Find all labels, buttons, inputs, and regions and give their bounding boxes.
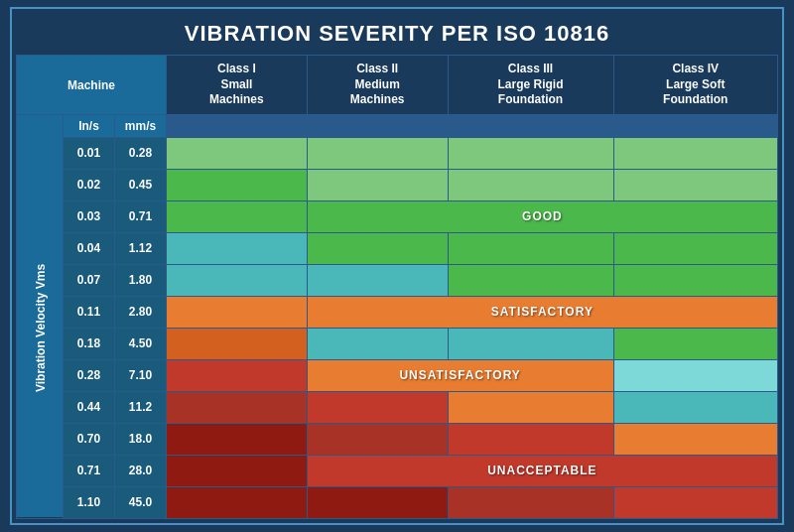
table-row: 0.70 18.0: [17, 423, 778, 455]
satisfactory-label: SATISFACTORY: [307, 296, 777, 328]
ins-value: 0.71: [64, 455, 115, 486]
table-row: 0.28 7.10 UNSATISFACTORY: [17, 359, 778, 391]
class4-cell: [613, 359, 777, 391]
ins-subheader: In/s: [64, 114, 115, 137]
vibration-table: Machine Class ISmallMachines Class IIMed…: [16, 55, 778, 519]
class4-cell: [613, 137, 777, 169]
class1-cell: [167, 232, 308, 264]
class3-cell: [448, 137, 613, 169]
class1-cell: [167, 200, 308, 232]
class1-cell: [167, 137, 308, 169]
mms-value: 28.0: [115, 455, 167, 486]
class1-cell: [167, 328, 308, 359]
class1-cell: [167, 264, 308, 296]
good-label: GOOD: [307, 200, 777, 232]
mms-value: 0.45: [115, 169, 167, 200]
table-row: 1.10 45.0: [17, 486, 778, 518]
class2-cell: [307, 264, 448, 296]
table-row: Vibration Velocity Vms 0.01 0.28: [17, 137, 778, 169]
class3-cell: [448, 264, 613, 296]
ins-value: 0.18: [64, 328, 115, 359]
ins-value: 0.44: [64, 391, 115, 423]
class1-cell: [167, 296, 308, 328]
class1-cell: [167, 423, 308, 455]
ins-value: 0.11: [64, 296, 115, 328]
ins-value: 0.03: [64, 200, 115, 232]
class3-cell: [448, 486, 613, 518]
class3-header: Class IIILarge RigidFoundation: [448, 56, 613, 115]
mms-value: 4.50: [115, 328, 167, 359]
class2-cell: [307, 423, 448, 455]
table-row: 0.44 11.2: [17, 391, 778, 423]
mms-value: 1.12: [115, 232, 167, 264]
mms-value: 0.71: [115, 200, 167, 232]
class4-cell: [613, 232, 777, 264]
class3-cell: [448, 232, 613, 264]
unsatisfactory-label: UNSATISFACTORY: [307, 359, 613, 391]
mms-value: 45.0: [115, 486, 167, 518]
class4-cell: [613, 423, 777, 455]
class2-cell: [307, 137, 448, 169]
machine-header: Machine: [17, 56, 167, 115]
class4-cell: [613, 486, 777, 518]
class3-cell: [448, 423, 613, 455]
mms-value: 1.80: [115, 264, 167, 296]
table-row: 0.04 1.12: [17, 232, 778, 264]
ins-value: 1.10: [64, 486, 115, 518]
class2-cell: [307, 232, 448, 264]
class4-header: Class IVLarge SoftFoundation: [613, 56, 777, 115]
y-axis-label: Vibration Velocity Vms: [17, 137, 64, 518]
class1-cell: [167, 455, 308, 486]
table-row: 0.07 1.80: [17, 264, 778, 296]
class2-cell: [307, 328, 448, 359]
ins-value: 0.70: [64, 423, 115, 455]
ins-value: 0.02: [64, 169, 115, 200]
class4-cell: [613, 264, 777, 296]
class1-cell: [167, 359, 308, 391]
ins-value: 0.07: [64, 264, 115, 296]
class3-cell: [448, 391, 613, 423]
chart-container: VIBRATION SEVERITY PER ISO 10816 Machine…: [10, 7, 784, 525]
class3-cell: [448, 328, 613, 359]
ins-value: 0.04: [64, 232, 115, 264]
ins-value: 0.28: [64, 359, 115, 391]
mms-value: 18.0: [115, 423, 167, 455]
class1-header: Class ISmallMachines: [167, 56, 308, 115]
class2-cell: [307, 486, 448, 518]
class4-cell: [613, 328, 777, 359]
table-row: 0.11 2.80 SATISFACTORY: [17, 296, 778, 328]
class4-cell: [613, 391, 777, 423]
mms-value: 7.10: [115, 359, 167, 391]
table-row: 0.02 0.45: [17, 169, 778, 200]
table-row: 0.71 28.0 UNACCEPTABLE: [17, 455, 778, 486]
table-row: 0.18 4.50: [17, 328, 778, 359]
class2-cell: [307, 169, 448, 200]
class4-cell: [613, 169, 777, 200]
mms-subheader: mm/s: [115, 114, 167, 137]
class1-cell: [167, 486, 308, 518]
class1-cell: [167, 169, 308, 200]
mms-value: 0.28: [115, 137, 167, 169]
chart-title: VIBRATION SEVERITY PER ISO 10816: [16, 13, 778, 55]
table-row: 0.03 0.71 GOOD: [17, 200, 778, 232]
class2-header: Class IIMediumMachines: [307, 56, 448, 115]
class2-cell: [307, 391, 448, 423]
mms-value: 2.80: [115, 296, 167, 328]
unacceptable-label: UNACCEPTABLE: [307, 455, 777, 486]
mms-value: 11.2: [115, 391, 167, 423]
ins-value: 0.01: [64, 137, 115, 169]
class3-cell: [448, 169, 613, 200]
class1-cell: [167, 391, 308, 423]
